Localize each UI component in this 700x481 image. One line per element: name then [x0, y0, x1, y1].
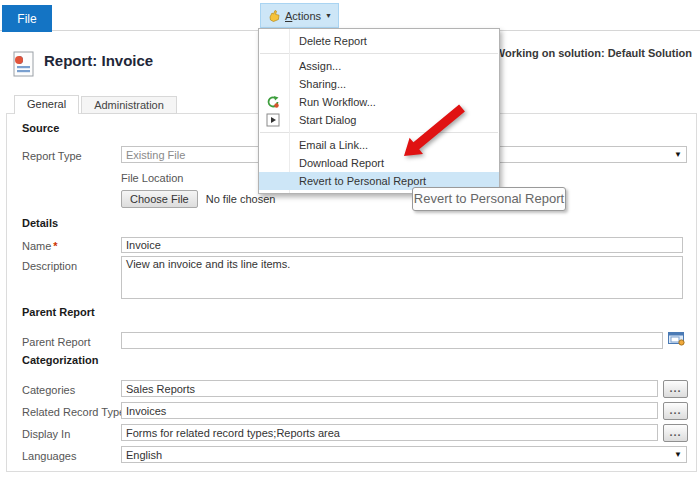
display-in-label: Display In	[22, 428, 70, 440]
parent-report-label: Parent Report	[22, 336, 90, 348]
parent-report-lookup-button[interactable]	[666, 331, 686, 349]
choose-file-button[interactable]: Choose File	[121, 190, 198, 208]
file-tab-label: File	[17, 12, 36, 26]
section-parent-report: Parent Report	[22, 306, 95, 318]
file-chosen-status: No file chosen	[206, 193, 276, 205]
actions-hand-icon	[267, 9, 281, 23]
categories-label: Categories	[22, 384, 75, 396]
tab-administration[interactable]: Administration	[81, 96, 177, 114]
report-type-label: Report Type	[22, 150, 82, 162]
related-record-types-field[interactable]: Invoices	[121, 402, 658, 419]
red-annotation-arrow	[390, 100, 482, 172]
categories-ellipsis-button[interactable]: ...	[663, 380, 688, 398]
description-textarea[interactable]: View an invoice and its line items.	[121, 256, 683, 299]
menu-separator	[260, 53, 498, 54]
name-input[interactable]	[121, 237, 683, 253]
name-label: Name*	[22, 240, 58, 252]
file-tab[interactable]: File	[2, 5, 52, 32]
display-in-ellipsis-button[interactable]: ...	[663, 424, 688, 442]
tab-bar: General Administration	[14, 95, 179, 114]
section-categorization: Categorization	[22, 354, 98, 366]
languages-label: Languages	[22, 450, 76, 462]
dropdown-arrow-icon: ▼	[674, 451, 682, 459]
working-on-solution-label: Working on solution: Default Solution	[495, 47, 692, 59]
parent-report-lookup-field[interactable]	[121, 332, 663, 349]
section-details: Details	[22, 217, 58, 229]
menu-item-assign[interactable]: Assign...	[259, 57, 499, 75]
chevron-down-icon: ▼	[325, 12, 332, 19]
required-marker: *	[53, 240, 57, 252]
actions-button[interactable]: Actions ▼	[260, 3, 339, 28]
tab-general[interactable]: General	[14, 95, 79, 114]
toolbar	[0, 0, 700, 31]
file-location-label: File Location	[121, 172, 183, 184]
revert-tooltip: Revert to Personal Report	[412, 187, 566, 211]
categories-field[interactable]: Sales Reports	[121, 380, 658, 397]
page-title: Report: Invoice	[44, 52, 153, 69]
related-record-types-label: Related Record Types	[22, 406, 131, 418]
menu-item-sharing[interactable]: Sharing...	[259, 75, 499, 93]
lookup-icon	[668, 332, 685, 348]
actions-label: Actions	[285, 10, 321, 22]
section-source: Source	[22, 122, 59, 134]
run-workflow-icon	[266, 95, 280, 109]
related-record-types-ellipsis-button[interactable]: ...	[663, 402, 688, 420]
display-in-field[interactable]: Forms for related record types;Reports a…	[121, 424, 658, 441]
description-label: Description	[22, 260, 77, 272]
languages-select[interactable]: English ▼	[121, 446, 687, 463]
dropdown-arrow-icon: ▼	[674, 151, 682, 159]
report-entity-icon	[13, 51, 35, 79]
start-dialog-icon	[266, 113, 280, 127]
menu-item-delete-report[interactable]: Delete Report	[259, 32, 499, 50]
